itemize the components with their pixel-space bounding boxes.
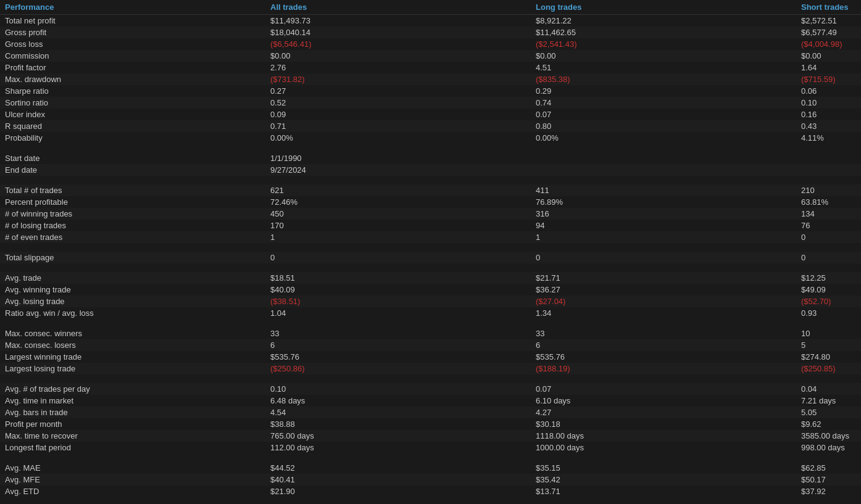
row-all-value: 1/1/1990 bbox=[265, 152, 531, 164]
table-row: Total slippage000 bbox=[0, 252, 861, 263]
table-row: # of losing trades1709476 bbox=[0, 220, 861, 231]
row-short-value: 5 bbox=[796, 339, 861, 351]
row-all-value: $0.00 bbox=[265, 50, 531, 62]
row-short-value: 0.10 bbox=[796, 97, 861, 109]
row-label: Avg. winning trade bbox=[0, 284, 265, 295]
row-short-value: 134 bbox=[796, 208, 861, 220]
row-short-value: $2,572.51 bbox=[796, 15, 861, 27]
row-all-value: 0.27 bbox=[265, 85, 531, 97]
row-label: Max. drawdown bbox=[0, 73, 265, 85]
row-label: Avg. time in market bbox=[0, 395, 265, 407]
row-label: # of even trades bbox=[0, 231, 265, 243]
row-long-value: 6.10 days bbox=[531, 395, 796, 407]
col-header-performance: Performance bbox=[0, 0, 265, 15]
row-long-value bbox=[531, 164, 796, 176]
spacer-row bbox=[0, 374, 861, 383]
row-short-value: 210 bbox=[796, 184, 861, 196]
table-row: Largest losing trade($250.86)($188.19)($… bbox=[0, 363, 861, 374]
row-short-value: ($52.70) bbox=[796, 295, 861, 307]
row-label: Sharpe ratio bbox=[0, 85, 265, 97]
spacer-row bbox=[0, 453, 861, 462]
table-row: Largest winning trade$535.76$535.76$274.… bbox=[0, 351, 861, 363]
table-row: Longest flat period112.00 days1000.00 da… bbox=[0, 442, 861, 453]
row-short-value: $62.85 bbox=[796, 462, 861, 474]
row-long-value: $35.42 bbox=[531, 474, 796, 485]
row-label: Sortino ratio bbox=[0, 97, 265, 109]
row-label: Avg. # of trades per day bbox=[0, 383, 265, 395]
performance-table-container: Performance All trades Long trades Short… bbox=[0, 0, 861, 504]
row-all-value: 450 bbox=[265, 208, 531, 220]
spacer-row bbox=[0, 243, 861, 252]
row-long-value: 411 bbox=[531, 184, 796, 196]
table-row: Avg. ETD$21.90$13.71$37.92 bbox=[0, 485, 861, 497]
table-row: Profit per month$38.88$30.18$9.62 bbox=[0, 418, 861, 430]
table-row: Avg. time in market6.48 days6.10 days7.2… bbox=[0, 395, 861, 407]
table-row: Ratio avg. win / avg. loss1.041.340.93 bbox=[0, 307, 861, 319]
row-long-value: 0.74 bbox=[531, 97, 796, 109]
row-short-value: 0.43 bbox=[796, 120, 861, 132]
row-label: Commission bbox=[0, 50, 265, 62]
row-short-value: 0.04 bbox=[796, 383, 861, 395]
row-label: Avg. losing trade bbox=[0, 295, 265, 307]
row-label: Avg. MFE bbox=[0, 474, 265, 485]
row-long-value bbox=[531, 152, 796, 164]
row-label: Profit per month bbox=[0, 418, 265, 430]
table-row: Max. consec. losers665 bbox=[0, 339, 861, 351]
row-all-value: 6.48 days bbox=[265, 395, 531, 407]
row-long-value: ($835.38) bbox=[531, 73, 796, 85]
table-row: Profit factor2.764.511.64 bbox=[0, 62, 861, 73]
row-all-value: 2.76 bbox=[265, 62, 531, 73]
row-long-value: 0.07 bbox=[531, 383, 796, 395]
row-long-value: $13.71 bbox=[531, 485, 796, 497]
row-long-value: 4.27 bbox=[531, 407, 796, 418]
row-all-value: 0.10 bbox=[265, 383, 531, 395]
table-row: Sortino ratio0.520.740.10 bbox=[0, 97, 861, 109]
spacer-row bbox=[0, 263, 861, 272]
row-long-value: $36.27 bbox=[531, 284, 796, 295]
table-row: Avg. # of trades per day0.100.070.04 bbox=[0, 383, 861, 395]
table-row: # of winning trades450316134 bbox=[0, 208, 861, 220]
row-short-value: 0 bbox=[796, 252, 861, 263]
row-label: Total slippage bbox=[0, 252, 265, 263]
spacer-row bbox=[0, 319, 861, 328]
table-row: Sharpe ratio0.270.290.06 bbox=[0, 85, 861, 97]
row-label: Gross loss bbox=[0, 38, 265, 50]
row-label: Avg. trade bbox=[0, 272, 265, 284]
row-long-value: ($27.04) bbox=[531, 295, 796, 307]
row-long-value: $0.00 bbox=[531, 50, 796, 62]
table-row: Avg. MFE$40.41$35.42$50.17 bbox=[0, 474, 861, 485]
row-label: Max. consec. winners bbox=[0, 328, 265, 339]
row-short-value: 63.81% bbox=[796, 196, 861, 208]
row-all-value: ($731.82) bbox=[265, 73, 531, 85]
row-label: Ulcer index bbox=[0, 109, 265, 120]
table-row: Probability0.00%0.00%4.11% bbox=[0, 132, 861, 144]
row-short-value: ($250.85) bbox=[796, 363, 861, 374]
row-short-value: $9.62 bbox=[796, 418, 861, 430]
row-short-value: 0.06 bbox=[796, 85, 861, 97]
row-label: Largest losing trade bbox=[0, 363, 265, 374]
row-all-value: ($250.86) bbox=[265, 363, 531, 374]
row-all-value: 72.46% bbox=[265, 196, 531, 208]
table-row: End date9/27/2024 bbox=[0, 164, 861, 176]
row-long-value: $8,921.22 bbox=[531, 15, 796, 27]
row-short-value: $6,577.49 bbox=[796, 27, 861, 38]
row-short-value: 998.00 days bbox=[796, 442, 861, 453]
spacer-row bbox=[0, 144, 861, 152]
row-all-value: 6 bbox=[265, 339, 531, 351]
row-short-value: $49.09 bbox=[796, 284, 861, 295]
row-all-value: 170 bbox=[265, 220, 531, 231]
table-row: R squared0.710.800.43 bbox=[0, 120, 861, 132]
table-row: Total # of trades621411210 bbox=[0, 184, 861, 196]
row-long-value: 316 bbox=[531, 208, 796, 220]
row-label: Gross profit bbox=[0, 27, 265, 38]
row-short-value: 0.16 bbox=[796, 109, 861, 120]
table-row: Total net profit$11,493.73$8,921.22$2,57… bbox=[0, 15, 861, 27]
row-all-value: 621 bbox=[265, 184, 531, 196]
row-label: Avg. ETD bbox=[0, 485, 265, 497]
row-short-value: 1.64 bbox=[796, 62, 861, 73]
row-long-value: $30.18 bbox=[531, 418, 796, 430]
row-all-value: 0.00% bbox=[265, 132, 531, 144]
row-short-value: 0.93 bbox=[796, 307, 861, 319]
row-long-value: 1118.00 days bbox=[531, 430, 796, 442]
row-short-value: 3585.00 days bbox=[796, 430, 861, 442]
